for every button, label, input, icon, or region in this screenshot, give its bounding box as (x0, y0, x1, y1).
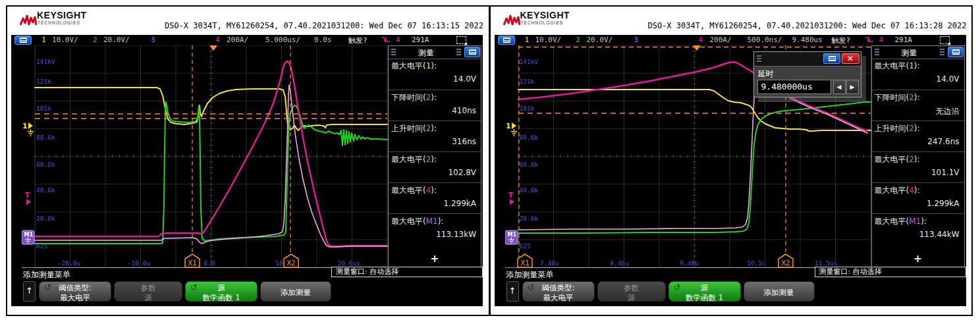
measurement-row[interactable]: 最大电平(4):1.299kA (872, 182, 964, 214)
right-cell: KEYSIGHT TECHNOLOGIES DSO-X 3034T, MY612… (489, 7, 972, 315)
toolbar-item[interactable]: 3 (634, 36, 639, 44)
toolbar-item[interactable]: 1 (525, 36, 530, 44)
measurement-panel-titlebar[interactable]: 测量 (389, 46, 481, 59)
measurement-value: 247.6ns (927, 137, 959, 146)
toolbar-item[interactable]: 20.0V/ (587, 36, 613, 44)
measurement-value: 1.299kA (927, 199, 960, 208)
delay-decrement-button[interactable]: ◀ (833, 80, 846, 94)
softkey-button[interactable]: 参数源 (114, 281, 182, 302)
main-menu-button[interactable] (498, 36, 515, 45)
softkey-button[interactable]: ↺源数学函数 1 (185, 281, 258, 302)
softkey-button[interactable]: ↺阈值类型:最大电平 (39, 281, 111, 302)
menu-icon (20, 38, 27, 43)
scope-header: KEYSIGHT TECHNOLOGIES DSO-X 3034T, MY612… (9, 8, 485, 34)
drag-handle-icon[interactable] (456, 49, 461, 55)
add-measurement-plus-button[interactable]: + (872, 252, 964, 265)
two-panel-frame: KEYSIGHT TECHNOLOGIES DSO-X 3034T, MY612… (6, 5, 973, 316)
measurement-label: 最大电平(M1): (875, 216, 927, 227)
toolbar-item[interactable]: 1 (41, 36, 46, 44)
measurement-row[interactable]: 最大电平(4):1.299kA (389, 182, 481, 214)
measurement-panel: 测量 最大电平(1):14.0V下降时间(2):无边沿上升时间(2):247.6… (871, 45, 965, 268)
drag-handle-icon[interactable] (940, 49, 944, 55)
delay-value-input[interactable]: 9.480000us (757, 80, 831, 94)
measurement-row[interactable]: 最大电平(1):14.0V (389, 59, 481, 90)
trigger-position-marker[interactable] (209, 45, 217, 51)
toolbar-item[interactable]: 触发? (832, 36, 851, 45)
svg-text:M1: M1 (24, 232, 34, 238)
selection-cursor-icon[interactable] (940, 36, 950, 44)
toolbar-item[interactable]: 291A (412, 36, 429, 44)
softkey-button[interactable]: ↺阈值类型:最大电平 (522, 281, 595, 302)
softkey-button[interactable]: ↺源数学函数 1 (668, 281, 741, 302)
toolbar-item[interactable]: 200A/ (710, 36, 732, 44)
measurement-value: 101.1V (931, 168, 960, 177)
brand-name: KEYSIGHT (520, 10, 570, 20)
trigger-position-marker[interactable] (693, 45, 701, 51)
toolbar-item[interactable]: 200A/ (227, 36, 248, 44)
svg-text:1: 1 (506, 122, 511, 130)
measurement-row[interactable]: 上升时间(2):247.6ns (872, 121, 964, 152)
measurement-row[interactable]: 最大电平(1):14.0V (872, 59, 964, 90)
toolbar-item[interactable]: 500.0ns/ (748, 36, 782, 44)
measurement-row[interactable]: 下降时间(2):无边沿 (872, 90, 964, 121)
measurement-row[interactable]: 最大电平(2):101.1V (872, 151, 964, 183)
measurement-menu-button[interactable] (948, 47, 964, 57)
toolbar-item[interactable]: 0.0s (314, 36, 332, 44)
measurement-label: 上升时间(2): (875, 123, 920, 134)
toolbar-item[interactable]: 5.000us/ (265, 36, 300, 44)
toolbar-item[interactable]: 4 (699, 36, 703, 44)
menu-up-button[interactable]: ↑ (506, 281, 519, 302)
keysight-logo-icon (503, 13, 520, 32)
delay-dialog-titlebar[interactable]: ✕ (754, 52, 861, 67)
dialog-menu-button[interactable] (823, 53, 840, 64)
measurement-value: 113.44kW (919, 230, 960, 239)
measurement-window-status: 测量窗口: 自动选择 (815, 267, 966, 277)
toolbar-item[interactable]: 291A (895, 36, 913, 44)
delay-label: 延时 (758, 68, 774, 80)
svg-text:X1: X1 (520, 259, 529, 267)
drag-handle-icon[interactable] (757, 55, 761, 62)
waveform-plot[interactable]: X1X21TM1 (22, 45, 388, 273)
toolbar-item[interactable]: 4 (215, 36, 220, 44)
toolbar-item[interactable]: 4 (396, 36, 400, 44)
toolbar-item[interactable]: 2 (93, 36, 97, 44)
toolbar-item[interactable]: 4 (879, 36, 884, 44)
dialog-close-button[interactable]: ✕ (842, 53, 859, 64)
measurement-panel-title: 测量 (389, 47, 464, 59)
add-measurement-plus-button[interactable]: + (389, 252, 481, 265)
menu-icon (829, 56, 836, 61)
toolbar-item[interactable]: 10.0V/ (52, 36, 78, 44)
toolbar-item[interactable]: 3 (151, 36, 155, 44)
main-menu-button[interactable] (14, 36, 32, 45)
measurement-window-status: 测量窗口: 自动选择 (331, 267, 483, 277)
svg-text:X2: X2 (286, 259, 295, 267)
toolbar: 110.0V/220.0V/34200A/500.0ns/9.480us触发?4… (495, 35, 966, 45)
svg-text:M1: M1 (507, 232, 516, 238)
cycle-icon: ↺ (190, 283, 198, 292)
menu-up-button[interactable]: ↑ (23, 281, 36, 302)
instrument-id-title: DSO-X 3034T, MY61260254, 07.40.202103120… (647, 21, 966, 30)
toolbar-item[interactable]: 2 (576, 36, 581, 44)
scope-header: KEYSIGHT TECHNOLOGIES DSO-X 3034T, MY612… (493, 8, 968, 34)
measurement-panel: 测量 最大电平(1):14.0V下降时间(2):410ns上升时间(2):316… (388, 45, 481, 268)
selection-cursor-icon[interactable] (456, 36, 466, 44)
measurement-row[interactable]: 最大电平(M1):113.44kW (872, 213, 964, 245)
measurement-menu-button[interactable] (464, 47, 480, 57)
measurement-row[interactable]: 下降时间(2):410ns (389, 90, 481, 121)
measurement-panel-titlebar[interactable]: 测量 (872, 46, 964, 59)
brand-name: KEYSIGHT (37, 10, 87, 20)
keysight-logo-icon (20, 13, 37, 32)
softkey-button[interactable]: 添加测量 (744, 281, 815, 302)
menu-icon (952, 49, 960, 55)
toolbar-item[interactable]: 10.0V/ (535, 36, 562, 44)
measurement-row[interactable]: 最大电平(M1):113.13kW (389, 213, 481, 245)
measurement-row[interactable]: 上升时间(2):316ns (389, 121, 481, 152)
toolbar-item[interactable]: 触发? (348, 36, 368, 45)
toolbar-item[interactable]: 9.480us (792, 36, 823, 44)
measurement-value: 316ns (452, 137, 476, 146)
softkey-button[interactable]: 参数源 (597, 281, 666, 302)
measurement-row[interactable]: 最大电平(2):102.8V (389, 151, 481, 183)
delay-increment-button[interactable]: ▶ (846, 80, 859, 94)
softkey-button[interactable]: 添加测量 (260, 281, 331, 302)
toolbar-item[interactable]: 20.0V/ (103, 36, 130, 44)
